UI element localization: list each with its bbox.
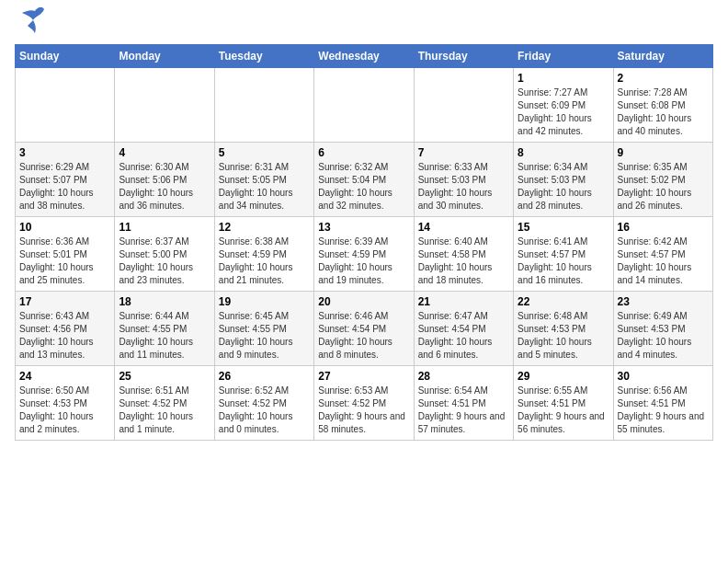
day-info: Sunrise: 6:32 AM Sunset: 5:04 PM Dayligh…	[318, 161, 409, 213]
calendar-cell: 25Sunrise: 6:51 AM Sunset: 4:52 PM Dayli…	[115, 366, 214, 441]
day-number: 10	[19, 221, 110, 234]
day-info: Sunrise: 6:48 AM Sunset: 4:53 PM Dayligh…	[518, 310, 609, 362]
day-info: Sunrise: 6:39 AM Sunset: 4:59 PM Dayligh…	[318, 236, 409, 287]
weekday-header-tuesday: Tuesday	[214, 45, 313, 68]
weekday-header-thursday: Thursday	[414, 45, 513, 68]
calendar-cell: 30Sunrise: 6:56 AM Sunset: 4:51 PM Dayli…	[613, 366, 712, 441]
calendar-cell: 21Sunrise: 6:47 AM Sunset: 4:54 PM Dayli…	[414, 292, 513, 366]
calendar-cell: 11Sunrise: 6:37 AM Sunset: 5:00 PM Dayli…	[115, 217, 214, 292]
day-info: Sunrise: 6:38 AM Sunset: 4:59 PM Dayligh…	[219, 236, 310, 287]
day-number: 11	[119, 221, 210, 234]
day-number: 25	[119, 370, 210, 383]
calendar-cell: 15Sunrise: 6:41 AM Sunset: 4:57 PM Dayli…	[514, 217, 613, 292]
day-info: Sunrise: 6:30 AM Sunset: 5:06 PM Dayligh…	[119, 161, 210, 213]
day-number: 8	[518, 146, 609, 159]
day-number: 30	[618, 370, 709, 383]
day-info: Sunrise: 6:49 AM Sunset: 4:53 PM Dayligh…	[618, 310, 709, 362]
calendar-cell	[16, 68, 115, 143]
calendar-cell: 19Sunrise: 6:45 AM Sunset: 4:55 PM Dayli…	[214, 292, 313, 366]
day-info: Sunrise: 6:37 AM Sunset: 5:00 PM Dayligh…	[119, 236, 210, 287]
calendar: SundayMondayTuesdayWednesdayThursdayFrid…	[15, 44, 713, 441]
calendar-cell: 3Sunrise: 6:29 AM Sunset: 5:07 PM Daylig…	[16, 143, 115, 217]
day-number: 28	[418, 370, 509, 383]
calendar-week-3: 10Sunrise: 6:36 AM Sunset: 5:01 PM Dayli…	[16, 217, 713, 292]
calendar-cell: 16Sunrise: 6:42 AM Sunset: 4:57 PM Dayli…	[613, 217, 712, 292]
day-number: 27	[318, 370, 409, 383]
calendar-cell: 17Sunrise: 6:43 AM Sunset: 4:56 PM Dayli…	[16, 292, 115, 366]
day-info: Sunrise: 7:28 AM Sunset: 6:08 PM Dayligh…	[618, 86, 709, 138]
day-info: Sunrise: 6:33 AM Sunset: 5:03 PM Dayligh…	[418, 161, 509, 213]
day-number: 5	[219, 146, 310, 159]
calendar-cell: 28Sunrise: 6:54 AM Sunset: 4:51 PM Dayli…	[414, 366, 513, 441]
day-info: Sunrise: 6:31 AM Sunset: 5:05 PM Dayligh…	[219, 161, 310, 213]
day-info: Sunrise: 7:27 AM Sunset: 6:09 PM Dayligh…	[518, 86, 609, 138]
day-info: Sunrise: 6:45 AM Sunset: 4:55 PM Dayligh…	[219, 310, 310, 362]
calendar-cell: 18Sunrise: 6:44 AM Sunset: 4:55 PM Dayli…	[115, 292, 214, 366]
day-number: 7	[418, 146, 509, 159]
weekday-header-monday: Monday	[115, 45, 214, 68]
calendar-cell: 14Sunrise: 6:40 AM Sunset: 4:58 PM Dayli…	[414, 217, 513, 292]
day-number: 18	[119, 295, 210, 308]
calendar-cell: 4Sunrise: 6:30 AM Sunset: 5:06 PM Daylig…	[115, 143, 214, 217]
day-info: Sunrise: 6:36 AM Sunset: 5:01 PM Dayligh…	[19, 236, 110, 287]
calendar-cell: 13Sunrise: 6:39 AM Sunset: 4:59 PM Dayli…	[314, 217, 414, 292]
calendar-cell	[314, 68, 414, 143]
header	[15, 15, 713, 35]
calendar-cell	[115, 68, 214, 143]
day-number: 16	[618, 221, 709, 234]
day-number: 2	[618, 72, 709, 85]
calendar-cell: 5Sunrise: 6:31 AM Sunset: 5:05 PM Daylig…	[214, 143, 313, 217]
weekday-header-saturday: Saturday	[613, 45, 712, 68]
calendar-cell: 6Sunrise: 6:32 AM Sunset: 5:04 PM Daylig…	[314, 143, 414, 217]
day-info: Sunrise: 6:35 AM Sunset: 5:02 PM Dayligh…	[618, 161, 709, 213]
calendar-cell: 24Sunrise: 6:50 AM Sunset: 4:53 PM Dayli…	[16, 366, 115, 441]
day-info: Sunrise: 6:46 AM Sunset: 4:54 PM Dayligh…	[318, 310, 409, 362]
calendar-cell: 2Sunrise: 7:28 AM Sunset: 6:08 PM Daylig…	[613, 68, 712, 143]
day-number: 6	[318, 146, 409, 159]
day-info: Sunrise: 6:55 AM Sunset: 4:51 PM Dayligh…	[518, 385, 609, 436]
day-number: 21	[418, 295, 509, 308]
day-number: 1	[518, 72, 609, 85]
calendar-cell: 27Sunrise: 6:53 AM Sunset: 4:52 PM Dayli…	[314, 366, 414, 441]
day-number: 20	[318, 295, 409, 308]
calendar-week-4: 17Sunrise: 6:43 AM Sunset: 4:56 PM Dayli…	[16, 292, 713, 366]
day-number: 12	[219, 221, 310, 234]
calendar-week-5: 24Sunrise: 6:50 AM Sunset: 4:53 PM Dayli…	[16, 366, 713, 441]
day-number: 19	[219, 295, 310, 308]
day-number: 15	[518, 221, 609, 234]
day-info: Sunrise: 6:56 AM Sunset: 4:51 PM Dayligh…	[618, 385, 709, 436]
calendar-cell: 10Sunrise: 6:36 AM Sunset: 5:01 PM Dayli…	[16, 217, 115, 292]
calendar-header-row: SundayMondayTuesdayWednesdayThursdayFrid…	[16, 45, 713, 68]
day-info: Sunrise: 6:50 AM Sunset: 4:53 PM Dayligh…	[19, 385, 110, 436]
calendar-cell: 7Sunrise: 6:33 AM Sunset: 5:03 PM Daylig…	[414, 143, 513, 217]
day-info: Sunrise: 6:29 AM Sunset: 5:07 PM Dayligh…	[19, 161, 110, 213]
day-info: Sunrise: 6:47 AM Sunset: 4:54 PM Dayligh…	[418, 310, 509, 362]
day-number: 23	[618, 295, 709, 308]
calendar-week-1: 1Sunrise: 7:27 AM Sunset: 6:09 PM Daylig…	[16, 68, 713, 143]
weekday-header-wednesday: Wednesday	[314, 45, 414, 68]
day-info: Sunrise: 6:54 AM Sunset: 4:51 PM Dayligh…	[418, 385, 509, 436]
day-number: 4	[119, 146, 210, 159]
day-info: Sunrise: 6:42 AM Sunset: 4:57 PM Dayligh…	[618, 236, 709, 287]
day-info: Sunrise: 6:52 AM Sunset: 4:52 PM Dayligh…	[219, 385, 310, 436]
calendar-cell: 29Sunrise: 6:55 AM Sunset: 4:51 PM Dayli…	[514, 366, 613, 441]
calendar-cell: 8Sunrise: 6:34 AM Sunset: 5:03 PM Daylig…	[514, 143, 613, 217]
day-number: 26	[219, 370, 310, 383]
calendar-cell: 26Sunrise: 6:52 AM Sunset: 4:52 PM Dayli…	[214, 366, 313, 441]
logo	[15, 15, 48, 35]
calendar-cell: 22Sunrise: 6:48 AM Sunset: 4:53 PM Dayli…	[514, 292, 613, 366]
day-number: 29	[518, 370, 609, 383]
weekday-header-sunday: Sunday	[16, 45, 115, 68]
day-info: Sunrise: 6:40 AM Sunset: 4:58 PM Dayligh…	[418, 236, 509, 287]
calendar-cell	[414, 68, 513, 143]
calendar-week-2: 3Sunrise: 6:29 AM Sunset: 5:07 PM Daylig…	[16, 143, 713, 217]
calendar-cell: 20Sunrise: 6:46 AM Sunset: 4:54 PM Dayli…	[314, 292, 414, 366]
day-info: Sunrise: 6:51 AM Sunset: 4:52 PM Dayligh…	[119, 385, 210, 436]
day-number: 17	[19, 295, 110, 308]
calendar-cell: 9Sunrise: 6:35 AM Sunset: 5:02 PM Daylig…	[613, 143, 712, 217]
weekday-header-friday: Friday	[514, 45, 613, 68]
day-number: 24	[19, 370, 110, 383]
day-number: 9	[618, 146, 709, 159]
day-info: Sunrise: 6:44 AM Sunset: 4:55 PM Dayligh…	[119, 310, 210, 362]
calendar-cell: 1Sunrise: 7:27 AM Sunset: 6:09 PM Daylig…	[514, 68, 613, 143]
